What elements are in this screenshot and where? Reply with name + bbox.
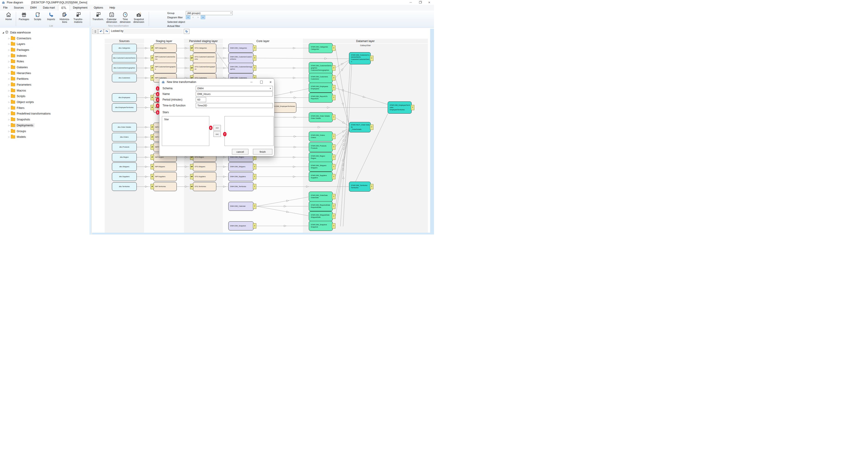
node-stg-territories[interactable]: STG.TerritoriesHP	[193, 182, 216, 191]
filter-next-button[interactable]: ›	[196, 15, 200, 19]
finish-button[interactable]: finish	[253, 149, 272, 155]
node-dwh-customerdemographics[interactable]: DWH.DIM_CustomerDemographicsT	[228, 63, 254, 73]
sidebar-item-roles[interactable]: ▷Roles	[0, 59, 91, 64]
node-imp-customerdemographics[interactable]: IMP.CustomerDemographicsIP	[153, 63, 177, 73]
node-src-orderdetails[interactable]: dbo.Order Details	[112, 123, 137, 132]
node-stg-customercustomerdemo[interactable]: STG.CustomerCustomerDemoHP	[193, 53, 216, 63]
node-src-employeeterritories[interactable]: dbo.EmployeeTerritories	[112, 103, 137, 112]
tree-expand-icon[interactable]: ▷	[8, 124, 10, 127]
node-src-products[interactable]: dbo.Products	[112, 143, 137, 152]
node-star-shippers[interactable]: STAR.DIM_ShippersShippersT	[309, 162, 333, 172]
node-star-products[interactable]: STAR.DIM_ProductsProductsT	[309, 142, 333, 152]
node-src-categories[interactable]: dbo.Categories	[112, 44, 137, 53]
node-src-orders[interactable]: dbo.Orders	[112, 133, 137, 141]
dialog-minimize-icon[interactable]	[248, 79, 255, 85]
node-dwh-snapshot[interactable]: DWH.DIM_SnapshotT	[228, 222, 254, 230]
tree-expand-icon[interactable]: ▷	[8, 43, 10, 45]
schema-select[interactable]: DWH	[196, 86, 273, 91]
node-imp-suppliers[interactable]: IMP.SuppliersIP	[153, 172, 177, 181]
node-imp-categories[interactable]: IMP.CategoriesIP	[153, 44, 177, 53]
node-star-shippeddate[interactable]: STAR.DIM_ShippedDateShippedDateT	[309, 211, 333, 221]
sidebar-item-galaxies[interactable]: ▷Galaxies	[0, 64, 91, 70]
node-stg-shippers[interactable]: STG.ShippersHP	[193, 162, 216, 171]
node-src-shippers[interactable]: dbo.Shippers	[112, 162, 137, 171]
ribbon-button-snapshot-dimension[interactable]: Snapshot dimension	[132, 11, 146, 23]
group-combobox[interactable]: (All groups)▾	[186, 11, 232, 15]
node-src-region[interactable]: dbo.Region	[112, 153, 137, 162]
menu-item-dwh[interactable]: DWH	[27, 5, 40, 11]
menu-item-options[interactable]: Options	[91, 5, 106, 11]
ribbon-button-imports[interactable]: Imports	[44, 11, 58, 23]
ribbon-button-home[interactable]: Home	[2, 11, 16, 21]
close-icon[interactable]	[426, 0, 433, 5]
node-src-customercustomerdemo[interactable]: dbo.CustomerCustomerDemo	[112, 54, 137, 62]
node-star-requireddate[interactable]: STAR.DIM_RequiredDateRequiredDateT	[309, 201, 333, 211]
sidebar-item-filters[interactable]: ▷Filters	[0, 105, 91, 111]
undo-icon[interactable]: ↶	[98, 29, 104, 34]
vertical-scrollbar[interactable]	[430, 29, 434, 234]
redo-icon[interactable]: ↷	[104, 29, 110, 34]
ribbon-button-transformations[interactable]: Transfor- mations	[71, 11, 85, 23]
sidebar-item-deployments[interactable]: ▷Deployments	[0, 123, 91, 128]
sidebar-item-layers[interactable]: ▷Layers	[0, 41, 91, 47]
locked-by-field[interactable]	[123, 29, 183, 34]
sidebar-item-groups[interactable]: ▷Groups	[0, 128, 91, 134]
horizontal-scrollbar[interactable]	[92, 233, 430, 234]
tree-expand-icon[interactable]: ▷	[8, 55, 10, 57]
node-dwh-suppliers[interactable]: DWH.DIM_SuppliersT	[228, 172, 254, 181]
filter-last-button[interactable]: »	[201, 15, 205, 19]
menu-item-deployment[interactable]: Deployment	[70, 5, 91, 11]
sidebar-item-hierarchies[interactable]: ▷Hierarchies	[0, 70, 91, 76]
tree-expand-icon[interactable]: ▷	[8, 136, 10, 138]
minimize-icon[interactable]	[407, 0, 414, 5]
move-left-button[interactable]: <<	[213, 131, 221, 137]
node-imp-territories[interactable]: IMP.TerritoriesIP	[153, 182, 177, 191]
node-star-employees[interactable]: STAR.DIM_EmployeesEmployeesT	[309, 83, 333, 93]
time-to-id-function-input[interactable]: Time2ID	[196, 103, 273, 108]
node-imp-customercustomerdemo[interactable]: IMP.CustomerCustomerDemoIP	[153, 53, 177, 63]
tree-expand-icon[interactable]: ▷	[8, 60, 10, 63]
list-item-star[interactable]: Star	[162, 116, 209, 121]
sidebar-item-partitions[interactable]: ▷Partitions	[0, 76, 91, 82]
menu-item-file[interactable]: File	[0, 5, 11, 11]
node-src-employees[interactable]: dbo.Employees	[112, 93, 137, 102]
sidebar-item-data-warehouse[interactable]: ◢Data warehouse	[0, 30, 91, 35]
node-src-customers[interactable]: dbo.Customers	[112, 74, 137, 82]
tree-expand-icon[interactable]: ▷	[8, 66, 10, 68]
ribbon-button-packages[interactable]: Packages	[17, 11, 31, 23]
node-star-employeeterritories[interactable]: STAR.DIM_EmployeeTerritoriesEmployeeTerr…	[388, 101, 412, 114]
sidebar-item-packages[interactable]: ▷Packages	[0, 47, 91, 53]
ribbon-button-historizations[interactable]: Historiza- tions	[58, 11, 71, 23]
tree-expand-icon[interactable]: ▷	[8, 112, 10, 115]
move-right-button[interactable]: >>	[213, 125, 221, 131]
node-dwh-categories[interactable]: DWH.DIM_CategoriesT	[228, 44, 254, 53]
stars-selected-list[interactable]	[224, 116, 274, 146]
ribbon-button-time-dimension[interactable]: Time dimension	[119, 11, 132, 23]
tree-expand-icon[interactable]: ▷	[8, 101, 10, 103]
dialog-close-icon[interactable]	[267, 79, 274, 85]
filter-first-button[interactable]: «	[186, 15, 190, 19]
tree-expand-icon[interactable]: ▷	[8, 83, 10, 86]
name-input[interactable]: DIM_Hours	[196, 92, 273, 97]
sidebar-item-indexes[interactable]: ▷Indexes	[0, 53, 91, 59]
node-stg-customerdemographics[interactable]: STG.CustomerDemographicsHP	[193, 63, 216, 73]
node-star-customerdemographics[interactable]: STAR.DIM_CustomerDemographicsCustomerDem…	[309, 62, 333, 74]
node-star-snapshot[interactable]: STAR.DIM_SnapshotSnapshotT	[309, 221, 333, 231]
ribbon-button-scripts[interactable]: Scripts	[31, 11, 44, 23]
node-star-customers[interactable]: STAR.DIM_CustomersCustomersT	[309, 73, 333, 83]
tree-expand-icon[interactable]: ▷	[8, 37, 10, 39]
dialog-restore-icon[interactable]	[258, 79, 265, 85]
node-star-suppliers[interactable]: STAR.DIM_SuppliersSuppliersT	[309, 172, 333, 181]
refresh-icon[interactable]: ↻	[184, 29, 189, 34]
ribbon-button-calendar-dimension[interactable]: 12Calendar dimension	[105, 11, 119, 23]
node-star-territories[interactable]: STAR.DIM_TerritoriesTerritoriesT	[349, 181, 371, 192]
node-star-categories[interactable]: STAR.DIM_CategoriesCategoriesT	[309, 43, 333, 53]
node-dwh-customercustomerdemo[interactable]: DWH.DIM_CustomerCustomerDemoT	[228, 53, 254, 63]
period-minutes--input[interactable]: 60	[196, 97, 206, 102]
tree-expand-icon[interactable]: ▷	[8, 119, 10, 121]
node-star-orders[interactable]: STAR.DIM_OrdersOrdersT	[309, 132, 333, 141]
menu-item-sources[interactable]: Sources	[11, 5, 27, 11]
sidebar-scrollbar[interactable]	[90, 28, 91, 234]
node-star-customercustomerdemo[interactable]: STAR.DIM_CustomerCustomerDemoCustomerCus…	[349, 52, 371, 64]
tree-expand-icon[interactable]: ▷	[8, 130, 10, 132]
